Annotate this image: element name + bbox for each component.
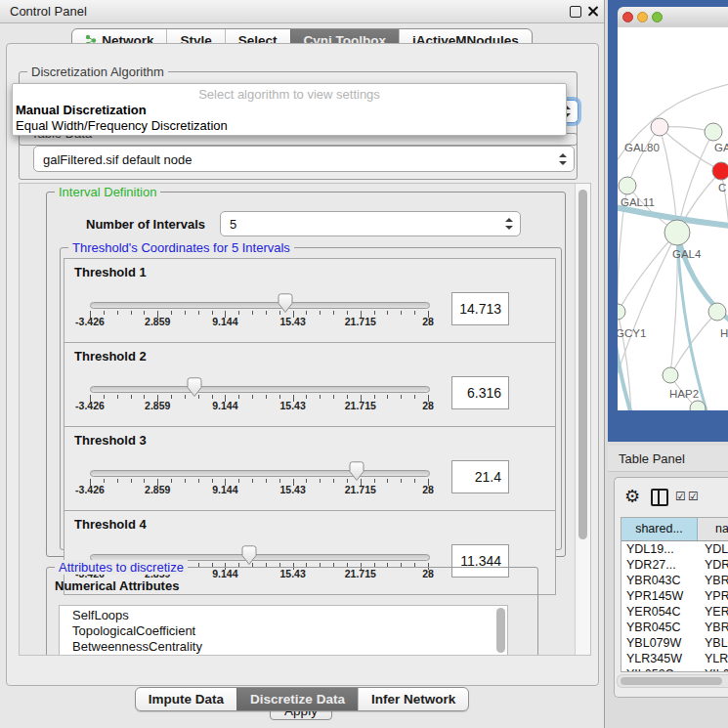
threshold-slider-track[interactable] [90, 470, 430, 477]
threshold-value-field[interactable]: 6.316 [451, 376, 509, 409]
slider-tick-label: 9.144 [212, 400, 237, 411]
network-node-gcy1[interactable] [618, 304, 625, 320]
network-node-label: GAL4 [672, 248, 702, 260]
cell-name[interactable]: YER0 [702, 604, 728, 620]
cell-shared-name[interactable]: YDL19... [621, 541, 702, 557]
slider-tick [131, 395, 132, 399]
horizontal-scrollbar-thumb[interactable] [621, 677, 722, 685]
zoom-light-icon[interactable] [652, 12, 663, 22]
slider-tick [117, 479, 118, 483]
combo-spinner-icon [558, 153, 567, 165]
threshold-slider-thumb[interactable] [187, 377, 202, 402]
attributes-group: Attributes to discretize Numerical Attri… [46, 567, 538, 656]
vertical-scrollbar[interactable] [575, 184, 590, 655]
network-node-ga[interactable] [705, 123, 722, 141]
cyni-toolbox-panel: Discretization Algorithm Table Data galF… [6, 43, 599, 686]
network-window-titlebar [618, 7, 728, 28]
numerical-attributes-label: Numerical Attributes [55, 578, 179, 593]
network-node-gal11[interactable] [619, 177, 636, 194]
num-intervals-select[interactable]: 5 [220, 211, 521, 236]
slider-tick [238, 479, 239, 483]
cell-name[interactable]: YPR1 [702, 588, 728, 604]
cell-shared-name[interactable]: YPR145W [621, 588, 702, 604]
threshold-slider-thumb[interactable] [349, 461, 364, 486]
minimize-light-icon[interactable] [637, 12, 648, 22]
horizontal-scrollbar[interactable] [617, 674, 728, 688]
num-intervals-label: Number of Intervals [86, 217, 205, 232]
gear-icon[interactable]: ⚙ [624, 486, 640, 507]
threshold-value-field[interactable]: 21.4 [451, 460, 509, 493]
dropdown-option-equal-width[interactable]: Equal Width/Frequency Discretization [16, 118, 228, 133]
table-row[interactable]: YBR043CYBR0 [621, 573, 728, 588]
cell-name[interactable]: YDR2 [702, 557, 728, 573]
network-node-hap2[interactable] [663, 367, 678, 383]
slider-tick [401, 479, 402, 483]
cell-shared-name[interactable]: YBR043C [621, 573, 702, 588]
close-light-icon[interactable] [622, 12, 633, 22]
table-panel-titlebar: Table Panel [608, 446, 728, 472]
table-row[interactable]: YBR045CYBR0 [621, 620, 728, 635]
slider-tick-label: 15.43 [279, 484, 305, 495]
numerical-attributes-list[interactable]: SelfLoopsTopologicalCoefficientBetweenne… [59, 605, 508, 656]
column-header-name[interactable]: na [698, 518, 728, 540]
table-row[interactable]: YDR27...YDR2 [621, 557, 728, 573]
table-row[interactable]: YER054CYER0 [621, 604, 728, 620]
table-row[interactable]: YBL079WYBL0 [621, 635, 728, 651]
table-data-group: Table Data galFiltered.sif default node [19, 133, 578, 180]
cell-name[interactable]: YLR3 [702, 651, 728, 666]
split-columns-icon[interactable] [651, 489, 668, 506]
checkbox-checked-icon[interactable]: ☑ [688, 490, 699, 503]
attribute-list-item[interactable]: TopologicalCoefficient [60, 623, 507, 639]
attributes-list-scrollbar[interactable] [496, 608, 505, 653]
cell-shared-name[interactable]: YBR045C [621, 620, 702, 635]
network-node-gal4[interactable] [664, 220, 690, 245]
network-node-c[interactable] [712, 162, 728, 180]
tab-impute-data[interactable]: Impute Data [136, 688, 236, 710]
network-node-label: GCY1 [618, 327, 646, 339]
cell-name[interactable]: YBR0 [702, 620, 728, 635]
attribute-list-item[interactable]: BetweennessCentrality [60, 639, 507, 655]
slider-tick-label: 21.715 [345, 400, 376, 411]
attribute-list-item[interactable]: SelfLoops [60, 608, 507, 623]
close-window-icon[interactable] [587, 6, 598, 17]
tab-infer-network[interactable]: Infer Network [358, 688, 468, 710]
cell-shared-name[interactable]: YIL052C [621, 666, 702, 672]
cell-name[interactable]: YBR0 [702, 573, 728, 588]
float-window-icon[interactable] [570, 6, 581, 18]
threshold-slider-track[interactable] [90, 302, 430, 309]
network-node-h[interactable] [708, 303, 726, 321]
table-row[interactable]: YLR345WYLR3 [621, 651, 728, 666]
slider-tick [387, 311, 388, 315]
network-canvas[interactable]: GAL80GACGAL11GAL4GCY1HHAP2 [618, 27, 728, 410]
table-row[interactable]: YIL052CYIL0 [621, 666, 728, 672]
app-root: Control Panel NetworkStyleSelectCyni Too… [0, 0, 728, 728]
checkbox-checked-icon[interactable]: ☑ [675, 490, 686, 503]
tab-discretize-data[interactable]: Discretize Data [236, 688, 358, 710]
cell-shared-name[interactable]: YLR345W [621, 651, 702, 666]
cell-shared-name[interactable]: YDR27... [621, 557, 702, 573]
slider-tick [387, 395, 388, 399]
vertical-scrollbar-thumb[interactable] [578, 190, 587, 539]
attributes-group-title: Attributes to discretize [55, 560, 188, 575]
table-data-select[interactable]: galFiltered.sif default node [33, 146, 575, 172]
table-row[interactable]: YPR145WYPR1 [621, 588, 728, 604]
slider-tick [320, 395, 321, 399]
threshold-value-field[interactable]: 14.713 [451, 292, 509, 325]
slider-tick [144, 395, 145, 399]
threshold-1-panel: Threshold 1-3.4262.8599.14415.4321.71528… [64, 258, 556, 343]
slider-tick [320, 311, 321, 315]
tab-label: Impute Data [149, 692, 224, 707]
slider-tick-label: 28 [422, 316, 434, 327]
threshold-slider-thumb[interactable] [278, 293, 293, 318]
cell-shared-name[interactable]: YBL079W [621, 635, 702, 651]
network-node-gal80[interactable] [651, 118, 668, 136]
table-data-selected-value: galFiltered.sif default node [43, 151, 192, 166]
cell-shared-name[interactable]: YER054C [621, 604, 702, 620]
cell-name[interactable]: YIL0 [702, 666, 728, 672]
threshold-slider-track[interactable] [90, 386, 430, 393]
cell-name[interactable]: YBL0 [702, 635, 728, 651]
cell-name[interactable]: YDL1 [702, 541, 728, 557]
table-row[interactable]: YDL19...YDL1 [621, 541, 728, 557]
dropdown-option-manual[interactable]: Manual Discretization [16, 103, 147, 117]
column-header-shared-name[interactable]: shared... [621, 518, 698, 540]
